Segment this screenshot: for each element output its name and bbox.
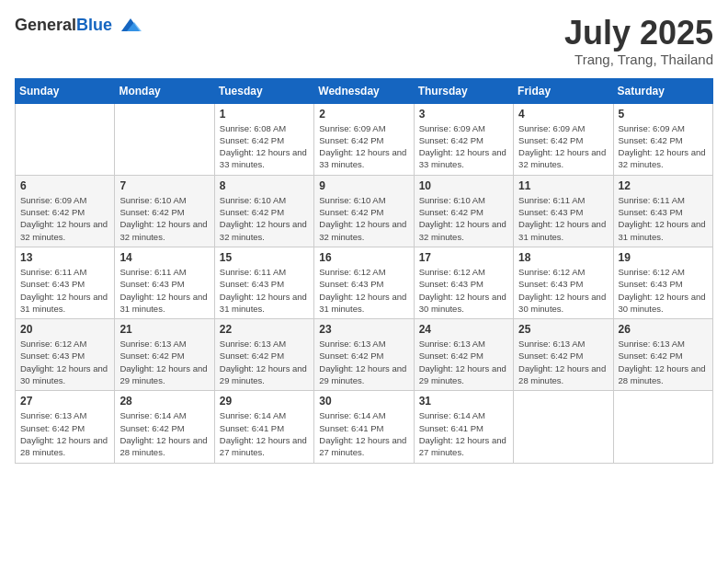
page-header: GeneralBlue July 2025 Trang, Trang, Thai… (15, 15, 713, 67)
calendar-cell: 7Sunrise: 6:10 AMSunset: 6:42 PMDaylight… (115, 175, 214, 247)
day-number: 6 (20, 179, 109, 192)
calendar-cell: 18Sunrise: 6:12 AMSunset: 6:43 PMDayligh… (514, 247, 613, 318)
day-number: 16 (319, 251, 408, 264)
day-number: 29 (220, 395, 309, 408)
cell-info: Sunrise: 6:13 AMSunset: 6:42 PMDaylight:… (20, 409, 109, 458)
calendar-cell: 28Sunrise: 6:14 AMSunset: 6:42 PMDayligh… (115, 391, 214, 463)
calendar-cell: 19Sunrise: 6:12 AMSunset: 6:43 PMDayligh… (613, 247, 712, 318)
cell-info: Sunrise: 6:12 AMSunset: 6:43 PMDaylight:… (419, 266, 508, 315)
weekday-row: SundayMondayTuesdayWednesdayThursdayFrid… (16, 78, 713, 103)
cell-info: Sunrise: 6:09 AMSunset: 6:42 PMDaylight:… (319, 122, 408, 171)
cell-info: Sunrise: 6:09 AMSunset: 6:42 PMDaylight:… (518, 122, 608, 171)
day-number: 3 (419, 108, 508, 121)
cell-info: Sunrise: 6:11 AMSunset: 6:43 PMDaylight:… (518, 194, 608, 243)
cell-info: Sunrise: 6:13 AMSunset: 6:42 PMDaylight:… (119, 338, 209, 386)
cell-info: Sunrise: 6:13 AMSunset: 6:42 PMDaylight:… (220, 338, 309, 386)
cell-info: Sunrise: 6:13 AMSunset: 6:42 PMDaylight:… (419, 338, 508, 386)
day-number: 25 (518, 323, 608, 336)
day-number: 21 (119, 323, 209, 336)
cell-info: Sunrise: 6:08 AMSunset: 6:42 PMDaylight:… (220, 122, 309, 171)
calendar-cell: 30Sunrise: 6:14 AMSunset: 6:41 PMDayligh… (314, 391, 414, 463)
cell-info: Sunrise: 6:10 AMSunset: 6:42 PMDaylight:… (119, 194, 209, 243)
calendar-cell: 4Sunrise: 6:09 AMSunset: 6:42 PMDaylight… (514, 103, 613, 175)
cell-info: Sunrise: 6:14 AMSunset: 6:41 PMDaylight:… (220, 409, 309, 458)
day-number: 17 (419, 251, 508, 264)
cell-info: Sunrise: 6:11 AMSunset: 6:43 PMDaylight:… (119, 266, 209, 315)
calendar-cell (613, 391, 712, 463)
day-number: 11 (518, 179, 608, 192)
cell-info: Sunrise: 6:13 AMSunset: 6:42 PMDaylight:… (518, 338, 608, 386)
cell-info: Sunrise: 6:12 AMSunset: 6:43 PMDaylight:… (319, 266, 408, 315)
week-row-2: 6Sunrise: 6:09 AMSunset: 6:42 PMDaylight… (16, 175, 713, 247)
weekday-header-monday: Monday (115, 78, 214, 103)
day-number: 4 (518, 108, 608, 121)
week-row-1: 1Sunrise: 6:08 AMSunset: 6:42 PMDaylight… (16, 103, 713, 175)
day-number: 8 (220, 179, 309, 192)
day-number: 7 (119, 179, 209, 192)
day-number: 5 (619, 108, 708, 121)
day-number: 28 (119, 395, 209, 408)
weekday-header-thursday: Thursday (414, 78, 513, 103)
weekday-header-friday: Friday (514, 78, 613, 103)
week-row-4: 20Sunrise: 6:12 AMSunset: 6:43 PMDayligh… (16, 319, 713, 391)
calendar-cell: 2Sunrise: 6:09 AMSunset: 6:42 PMDaylight… (314, 103, 414, 175)
calendar-cell: 12Sunrise: 6:11 AMSunset: 6:43 PMDayligh… (613, 175, 712, 247)
title-area: July 2025 Trang, Trang, Thailand (564, 15, 713, 67)
calendar-cell: 25Sunrise: 6:13 AMSunset: 6:42 PMDayligh… (514, 319, 613, 391)
day-number: 12 (619, 179, 708, 192)
day-number: 18 (518, 251, 608, 264)
calendar-table: SundayMondayTuesdayWednesdayThursdayFrid… (15, 78, 713, 464)
weekday-header-tuesday: Tuesday (214, 78, 313, 103)
day-number: 23 (319, 323, 408, 336)
calendar-cell: 21Sunrise: 6:13 AMSunset: 6:42 PMDayligh… (115, 319, 214, 391)
day-number: 31 (419, 395, 508, 408)
cell-info: Sunrise: 6:13 AMSunset: 6:42 PMDaylight:… (319, 338, 408, 386)
calendar-header: SundayMondayTuesdayWednesdayThursdayFrid… (16, 78, 713, 103)
day-number: 2 (319, 108, 408, 121)
month-title: July 2025 (564, 15, 713, 52)
weekday-header-wednesday: Wednesday (314, 78, 414, 103)
calendar-cell: 20Sunrise: 6:12 AMSunset: 6:43 PMDayligh… (16, 319, 115, 391)
cell-info: Sunrise: 6:11 AMSunset: 6:43 PMDaylight:… (220, 266, 309, 315)
cell-info: Sunrise: 6:14 AMSunset: 6:42 PMDaylight:… (119, 409, 209, 458)
cell-info: Sunrise: 6:11 AMSunset: 6:43 PMDaylight:… (619, 194, 708, 243)
location-title: Trang, Trang, Thailand (564, 52, 713, 67)
cell-info: Sunrise: 6:09 AMSunset: 6:42 PMDaylight:… (619, 122, 708, 171)
calendar-cell: 29Sunrise: 6:14 AMSunset: 6:41 PMDayligh… (214, 391, 313, 463)
day-number: 22 (220, 323, 309, 336)
cell-info: Sunrise: 6:09 AMSunset: 6:42 PMDaylight:… (20, 194, 109, 243)
day-number: 15 (220, 251, 309, 264)
day-number: 14 (119, 251, 209, 264)
cell-info: Sunrise: 6:12 AMSunset: 6:43 PMDaylight:… (518, 266, 608, 315)
week-row-5: 27Sunrise: 6:13 AMSunset: 6:42 PMDayligh… (16, 391, 713, 463)
calendar-cell (115, 103, 214, 175)
calendar-cell: 9Sunrise: 6:10 AMSunset: 6:42 PMDaylight… (314, 175, 414, 247)
calendar-cell: 3Sunrise: 6:09 AMSunset: 6:42 PMDaylight… (414, 103, 513, 175)
day-number: 1 (220, 108, 309, 121)
calendar-cell (16, 103, 115, 175)
cell-info: Sunrise: 6:10 AMSunset: 6:42 PMDaylight:… (419, 194, 508, 243)
day-number: 26 (619, 323, 708, 336)
cell-info: Sunrise: 6:10 AMSunset: 6:42 PMDaylight:… (220, 194, 309, 243)
calendar-cell: 26Sunrise: 6:13 AMSunset: 6:42 PMDayligh… (613, 319, 712, 391)
calendar-cell: 24Sunrise: 6:13 AMSunset: 6:42 PMDayligh… (414, 319, 513, 391)
cell-info: Sunrise: 6:11 AMSunset: 6:43 PMDaylight:… (20, 266, 109, 315)
cell-info: Sunrise: 6:14 AMSunset: 6:41 PMDaylight:… (419, 409, 508, 458)
calendar-cell: 22Sunrise: 6:13 AMSunset: 6:42 PMDayligh… (214, 319, 313, 391)
calendar-cell: 23Sunrise: 6:13 AMSunset: 6:42 PMDayligh… (314, 319, 414, 391)
calendar-cell (514, 391, 613, 463)
logo-icon (118, 15, 143, 35)
calendar-cell: 8Sunrise: 6:10 AMSunset: 6:42 PMDaylight… (214, 175, 313, 247)
logo: GeneralBlue (15, 15, 143, 35)
cell-info: Sunrise: 6:13 AMSunset: 6:42 PMDaylight:… (619, 338, 708, 386)
cell-info: Sunrise: 6:12 AMSunset: 6:43 PMDaylight:… (619, 266, 708, 315)
cell-info: Sunrise: 6:10 AMSunset: 6:42 PMDaylight:… (319, 194, 408, 243)
calendar-cell: 15Sunrise: 6:11 AMSunset: 6:43 PMDayligh… (214, 247, 313, 318)
logo-text-general: GeneralBlue (15, 16, 112, 35)
cell-info: Sunrise: 6:09 AMSunset: 6:42 PMDaylight:… (419, 122, 508, 171)
calendar-cell: 6Sunrise: 6:09 AMSunset: 6:42 PMDaylight… (16, 175, 115, 247)
calendar-cell: 5Sunrise: 6:09 AMSunset: 6:42 PMDaylight… (613, 103, 712, 175)
day-number: 13 (20, 251, 109, 264)
calendar-cell: 14Sunrise: 6:11 AMSunset: 6:43 PMDayligh… (115, 247, 214, 318)
day-number: 19 (619, 251, 708, 264)
